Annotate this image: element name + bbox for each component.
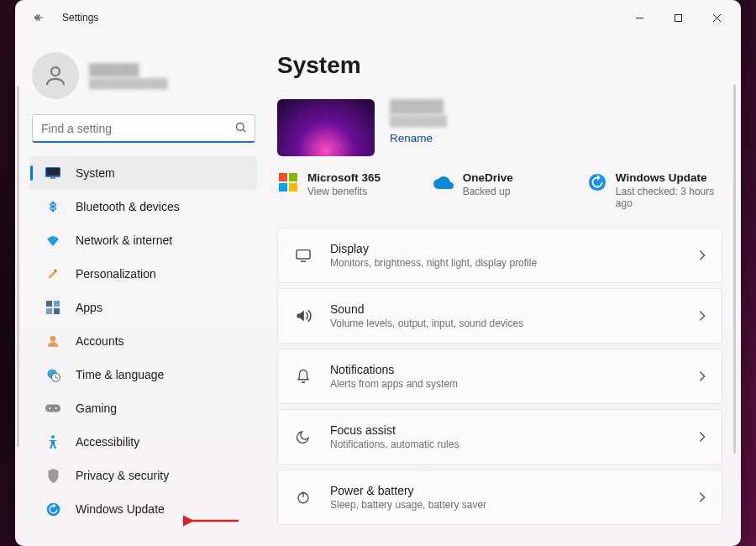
window-controls	[620, 3, 736, 33]
page-heading: System	[277, 52, 722, 79]
brush-icon	[44, 267, 62, 281]
svg-point-6	[51, 67, 60, 76]
accessibility-icon	[44, 434, 62, 449]
display-icon	[293, 249, 313, 262]
bluetooth-icon	[44, 199, 62, 214]
svg-point-16	[50, 336, 56, 342]
user-text: ██████ ████████████	[89, 63, 168, 88]
status-title: Windows Update	[616, 171, 722, 184]
chevron-right-icon	[698, 249, 706, 261]
m365-icon	[277, 171, 299, 193]
svg-rect-11	[50, 177, 55, 179]
status-title: OneDrive	[463, 171, 513, 184]
power-icon	[293, 490, 313, 505]
nav-windows-update[interactable]: Windows Update	[30, 492, 257, 526]
search-input[interactable]	[32, 114, 255, 143]
card-sub: Sleep, battery usage, battery saver	[330, 499, 486, 511]
settings-cards: DisplayMonitors, brightness, night light…	[277, 228, 722, 525]
settings-window: Settings ██████ ████████████	[15, 0, 741, 546]
apps-icon	[44, 301, 62, 314]
nav-label: Personalization	[76, 267, 156, 281]
nav-label: Gaming	[76, 402, 117, 415]
device-name: ██████	[390, 99, 447, 113]
gamepad-icon	[44, 403, 62, 413]
main-scrollbar[interactable]	[733, 84, 736, 454]
card-power[interactable]: Power & batterySleep, battery usage, bat…	[277, 470, 722, 525]
chevron-right-icon	[698, 370, 706, 382]
card-notifications[interactable]: NotificationsAlerts from apps and system	[277, 349, 722, 404]
device-wallpaper-thumb[interactable]	[277, 99, 375, 156]
svg-point-23	[55, 407, 57, 409]
nav-label: Apps	[76, 301, 102, 314]
onedrive-icon	[433, 171, 454, 193]
status-sub: View benefits	[307, 186, 381, 197]
status-onedrive[interactable]: OneDriveBacked up	[433, 171, 568, 209]
titlebar: Settings	[15, 0, 741, 35]
svg-rect-3	[675, 14, 681, 21]
svg-rect-12	[46, 301, 52, 307]
nav-label: Accounts	[76, 334, 124, 348]
device-model: ████████	[390, 115, 447, 127]
svg-point-22	[49, 407, 50, 409]
svg-rect-32	[297, 250, 310, 259]
nav-network[interactable]: Network & internet	[30, 223, 257, 257]
card-focus-assist[interactable]: Focus assistNotifications, automatic rul…	[277, 409, 722, 465]
nav-personalization[interactable]: Personalization	[30, 257, 257, 291]
nav-bluetooth[interactable]: Bluetooth & devices	[30, 190, 257, 223]
card-sound[interactable]: SoundVolume levels, output, input, sound…	[277, 288, 722, 344]
card-title: Notifications	[330, 363, 458, 376]
svg-rect-15	[54, 308, 60, 314]
bell-icon	[293, 368, 313, 385]
shield-icon	[44, 469, 62, 483]
svg-line-8	[243, 129, 245, 132]
nav-label: Time & language	[76, 368, 164, 381]
user-profile[interactable]: ██████ ████████████	[32, 52, 255, 99]
nav-label: Network & internet	[76, 234, 172, 247]
update-badge-icon	[587, 171, 606, 193]
nav-label: Windows Update	[76, 502, 165, 516]
sound-icon	[293, 308, 313, 323]
close-button[interactable]	[697, 3, 736, 33]
status-m365[interactable]: Microsoft 365View benefits	[277, 171, 412, 209]
svg-point-24	[51, 435, 55, 438]
globe-clock-icon	[44, 368, 62, 382]
card-display[interactable]: DisplayMonitors, brightness, night light…	[277, 228, 722, 283]
nav-label: System	[76, 166, 115, 180]
maximize-button[interactable]	[659, 3, 697, 33]
nav-list: System Bluetooth & devices Network & int…	[30, 156, 257, 536]
main-panel: System ██████ ████████ Rename Microsoft …	[267, 35, 741, 546]
status-sub: Backed up	[463, 186, 513, 197]
user-email: ████████████	[89, 78, 168, 88]
nav-accessibility[interactable]: Accessibility	[30, 425, 257, 459]
card-title: Power & battery	[330, 484, 486, 497]
window-title: Settings	[62, 12, 98, 24]
card-title: Display	[330, 242, 537, 255]
card-sub: Alerts from apps and system	[330, 378, 458, 390]
status-row: Microsoft 365View benefits OneDriveBacke…	[277, 171, 722, 209]
chevron-right-icon	[698, 431, 706, 443]
svg-rect-10	[46, 168, 60, 176]
svg-rect-28	[289, 173, 297, 181]
minimize-button[interactable]	[620, 3, 659, 33]
nav-time-language[interactable]: Time & language	[30, 358, 257, 391]
avatar	[32, 52, 79, 99]
svg-rect-21	[45, 405, 60, 412]
nav-gaming[interactable]: Gaming	[30, 391, 257, 425]
person-icon	[44, 334, 62, 348]
device-info: ██████ ████████ Rename	[390, 99, 447, 156]
status-title: Microsoft 365	[307, 171, 381, 184]
sidebar-scrollbar[interactable]	[17, 86, 19, 447]
rename-link[interactable]: Rename	[390, 132, 447, 144]
nav-system[interactable]: System	[30, 156, 257, 190]
back-button[interactable]	[27, 6, 50, 29]
status-sub: Last checked: 3 hours ago	[616, 186, 722, 209]
svg-rect-13	[54, 301, 60, 307]
card-title: Sound	[330, 302, 523, 316]
device-row: ██████ ████████ Rename	[277, 99, 722, 156]
svg-rect-27	[279, 173, 287, 181]
nav-apps[interactable]: Apps	[30, 291, 257, 324]
nav-accounts[interactable]: Accounts	[30, 324, 257, 358]
status-update[interactable]: Windows UpdateLast checked: 3 hours ago	[587, 171, 722, 209]
nav-privacy[interactable]: Privacy & security	[30, 459, 257, 492]
card-sub: Notifications, automatic rules	[330, 438, 459, 450]
